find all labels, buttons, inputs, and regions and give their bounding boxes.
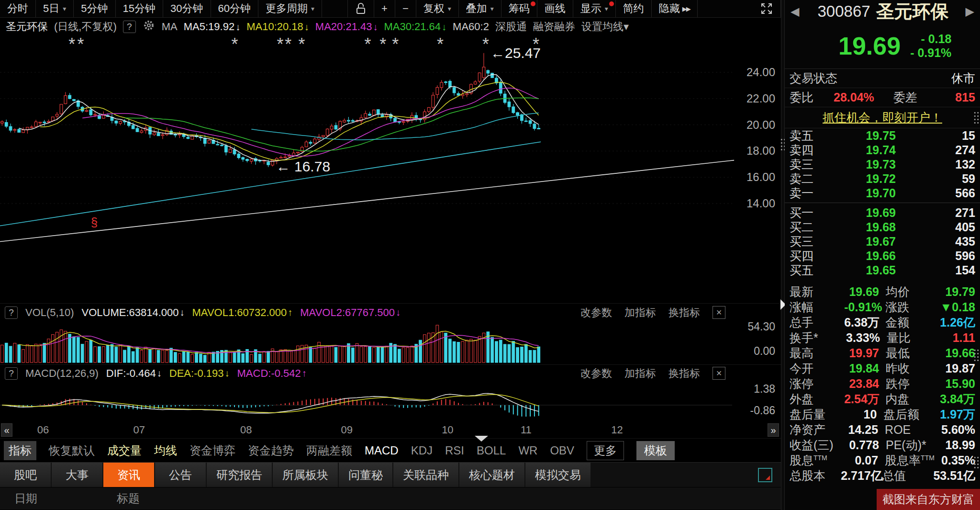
toolbar-button[interactable]: 60分钟 bbox=[211, 0, 258, 17]
open-account-ad[interactable]: 抓住机会，即刻开户！ bbox=[785, 107, 980, 128]
news-date-column: 日期 bbox=[14, 491, 37, 506]
low-annotation: ← 16.78 bbox=[276, 159, 330, 174]
stat-value: 5.60% bbox=[941, 423, 975, 437]
indicator-tab[interactable]: 恢复默认 bbox=[49, 443, 95, 458]
order-book-row: 卖四19.74274 bbox=[785, 143, 980, 157]
pane-action-link[interactable]: 加指标 bbox=[624, 306, 656, 320]
toolbar-button[interactable]: 显示▾ bbox=[573, 0, 616, 17]
toolbar-button[interactable]: 分时 bbox=[0, 0, 36, 17]
toolbar-button[interactable]: 简约 bbox=[616, 0, 652, 17]
close-icon[interactable]: × bbox=[713, 306, 725, 319]
scroll-right-button[interactable]: » bbox=[768, 423, 779, 437]
stat-label: 涨幅 bbox=[790, 299, 844, 315]
gear-icon[interactable] bbox=[142, 19, 156, 35]
indicator-tab[interactable]: WR bbox=[518, 444, 537, 457]
month-label: 08 bbox=[240, 424, 252, 436]
quote-panel: ◀ 300867 圣元环保 ▶ 19.69 - 0.18 - 0.91% 交易状… bbox=[785, 0, 980, 510]
indicator-tab[interactable]: 资金趋势 bbox=[248, 443, 294, 458]
toolbar-button[interactable]: − bbox=[395, 0, 416, 17]
indicator-tab[interactable]: KDJ bbox=[411, 444, 433, 457]
toolbar-button[interactable]: 隐藏▶▶ bbox=[652, 0, 698, 17]
ma-settings-link[interactable]: 设置均线▾ bbox=[581, 20, 629, 34]
edge-grip-middle[interactable] bbox=[973, 349, 980, 362]
bottom-tab[interactable]: 公告 bbox=[155, 463, 206, 487]
panel-divider[interactable] bbox=[781, 0, 785, 510]
fullscreen-icon[interactable] bbox=[753, 0, 781, 17]
indicator-tab[interactable]: BOLL bbox=[477, 444, 506, 457]
toolbar-button[interactable]: + bbox=[374, 0, 395, 17]
indicator-tab[interactable]: MACD bbox=[365, 444, 399, 457]
bottom-tab[interactable]: 所属板块 bbox=[273, 463, 338, 487]
indicator-tab[interactable]: 成交量 bbox=[107, 443, 142, 458]
order-book-row: 买一19.69271 bbox=[785, 205, 980, 220]
bottom-tab[interactable]: 研究报告 bbox=[207, 463, 272, 487]
price-tick-label: 24.00 bbox=[746, 66, 775, 79]
pane-action-link[interactable]: 换指标 bbox=[668, 306, 700, 320]
volume-axis-max: 54.30 bbox=[747, 320, 775, 333]
lock-icon[interactable] bbox=[348, 0, 374, 17]
price-tick-label: 14.00 bbox=[746, 197, 775, 210]
indicator-tab[interactable]: 两融差额 bbox=[306, 443, 352, 458]
event-marker-icon: * bbox=[77, 36, 84, 54]
next-stock-icon[interactable]: ▶ bbox=[966, 5, 974, 18]
indicator-tab[interactable]: 资金博弈 bbox=[189, 443, 235, 458]
collapse-chart-icon[interactable] bbox=[475, 436, 488, 442]
toolbar-button[interactable]: 叠加▾ bbox=[459, 0, 501, 17]
indicator-tab[interactable]: RSI bbox=[445, 444, 464, 457]
event-marker-icon: * bbox=[437, 36, 444, 54]
header-link[interactable]: 深股通 bbox=[495, 20, 527, 34]
indicator-tab[interactable]: OBV bbox=[550, 444, 574, 457]
quote-list-icon[interactable] bbox=[758, 468, 772, 482]
pane-action-link[interactable]: 改参数 bbox=[580, 366, 612, 381]
volume-chart[interactable]: 54.30 0.00 bbox=[0, 321, 781, 364]
toolbar-button[interactable]: 5分钟 bbox=[74, 0, 115, 17]
ma-text: MA30:21.64 bbox=[384, 21, 441, 33]
bottom-tab[interactable]: 模拟交易 bbox=[525, 463, 590, 487]
edge-grip-bottom[interactable] bbox=[973, 456, 980, 469]
bottom-tab[interactable]: 大事 bbox=[52, 463, 102, 487]
bottom-tab[interactable]: 问董秘 bbox=[339, 463, 392, 487]
event-marker-icon: * bbox=[68, 36, 75, 54]
bottom-tab[interactable]: 核心题材 bbox=[459, 463, 524, 487]
pane-action-link[interactable]: 加指标 bbox=[624, 366, 656, 381]
indicator-tab[interactable]: 指标 bbox=[4, 441, 36, 460]
stat-value: 3.84万 bbox=[940, 391, 975, 407]
scroll-left-button[interactable]: « bbox=[1, 423, 12, 437]
bottom-tab[interactable]: 股吧 bbox=[0, 463, 51, 487]
edge-grip-top[interactable] bbox=[973, 111, 980, 125]
ad-link[interactable]: 抓住机会，即刻开户！ bbox=[823, 110, 942, 125]
pane-action-link[interactable]: 改参数 bbox=[580, 306, 612, 320]
bottom-tab[interactable]: 资讯 bbox=[103, 463, 154, 487]
toolbar-button[interactable]: 复权▾ bbox=[416, 0, 459, 17]
toolbar-button[interactable]: 画线 bbox=[537, 0, 573, 17]
weibi-value: 28.04% bbox=[834, 91, 874, 104]
indicator-tab[interactable]: 均线 bbox=[154, 443, 177, 458]
bottom-tab[interactable]: 关联品种 bbox=[393, 463, 458, 487]
prev-stock-icon[interactable]: ◀ bbox=[791, 5, 799, 18]
macd-chart[interactable]: 1.38 -0.86 bbox=[0, 382, 781, 423]
indicator-tab[interactable]: 更多 bbox=[587, 441, 624, 460]
stat-value: 3.33% bbox=[846, 331, 887, 345]
close-icon[interactable]: × bbox=[713, 367, 725, 380]
order-volume: 566 bbox=[918, 186, 975, 200]
stat-row: 股息TTM0.07股息率TTM0.35% bbox=[785, 453, 980, 468]
kline-chart[interactable]: ************§←25.47← 16.78 24.0022.0020.… bbox=[0, 36, 781, 303]
help-icon[interactable]: ? bbox=[5, 367, 18, 380]
toolbar-button[interactable]: 更多周期▾ bbox=[258, 0, 322, 17]
weicha-value: 815 bbox=[955, 91, 975, 104]
header-link[interactable]: 融资融券 bbox=[533, 20, 575, 34]
toolbar-button[interactable]: 筹码 bbox=[501, 0, 537, 17]
toolbar-button[interactable]: 5日▾ bbox=[36, 0, 74, 17]
toolbar-button-label: 简约 bbox=[623, 1, 644, 16]
weibi-label: 委比 bbox=[790, 90, 813, 105]
price-block: 19.69 - 0.18 - 0.91% bbox=[785, 23, 980, 69]
indicator-tab[interactable]: 模板 bbox=[636, 441, 675, 460]
pane-action-link[interactable]: 换指标 bbox=[668, 366, 700, 381]
toolbar-button[interactable]: 30分钟 bbox=[163, 0, 211, 17]
help-icon[interactable]: ? bbox=[123, 21, 136, 33]
order-level-label: 卖四 bbox=[790, 142, 824, 158]
help-icon[interactable]: ? bbox=[5, 306, 18, 319]
caret-down-icon: ▾ bbox=[311, 5, 314, 12]
toolbar-button[interactable]: 15分钟 bbox=[116, 0, 163, 17]
stat-label: 收益(三) bbox=[790, 437, 846, 453]
